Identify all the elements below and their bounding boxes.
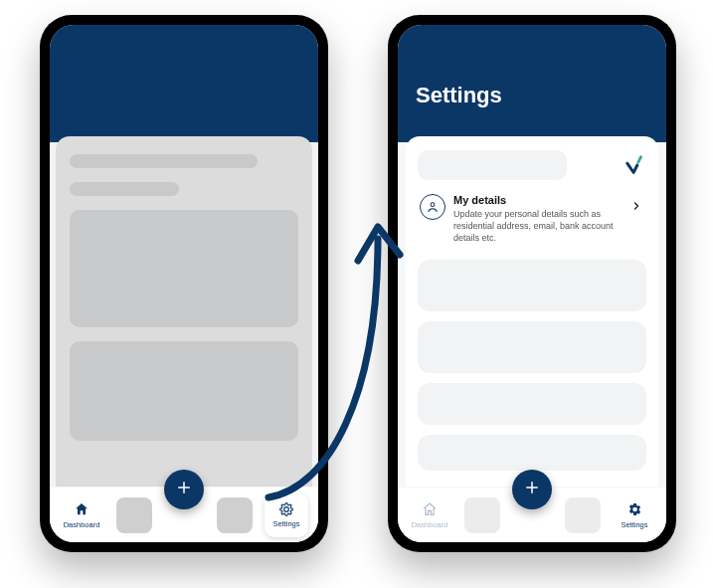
fab-add-button[interactable] bbox=[164, 470, 204, 509]
plus-icon bbox=[523, 479, 541, 500]
tab-placeholder bbox=[116, 497, 152, 533]
person-icon bbox=[420, 194, 446, 220]
skeleton-card bbox=[418, 435, 646, 471]
chevron-right-icon bbox=[630, 198, 644, 216]
content-sheet bbox=[56, 136, 312, 487]
skeleton-chip bbox=[418, 150, 567, 180]
phone-mockup-settings: Settings My bbox=[388, 15, 676, 552]
tab-settings-active[interactable]: Settings bbox=[613, 501, 656, 529]
settings-item-description: Update your personal details such as res… bbox=[453, 208, 623, 244]
home-icon bbox=[74, 501, 89, 519]
app-header-blank bbox=[50, 25, 318, 142]
bottom-tab-bar: Dashboard Settings bbox=[398, 487, 666, 542]
gear-icon bbox=[279, 502, 293, 518]
settings-item-title: My details bbox=[453, 194, 623, 206]
settings-content: My details Update your personal details … bbox=[406, 136, 658, 487]
tab-settings[interactable]: Settings bbox=[265, 493, 308, 537]
bottom-tab-bar: Dashboard Settings bbox=[50, 487, 318, 542]
home-icon bbox=[422, 501, 438, 519]
tab-placeholder bbox=[464, 497, 500, 533]
page-title: Settings bbox=[416, 83, 648, 108]
svg-point-0 bbox=[431, 203, 435, 207]
tab-dashboard[interactable]: Dashboard bbox=[60, 501, 103, 529]
tab-placeholder bbox=[565, 497, 601, 533]
gear-icon bbox=[626, 501, 642, 519]
tab-placeholder bbox=[217, 497, 253, 533]
skeleton-card bbox=[70, 341, 298, 441]
skeleton-card bbox=[70, 210, 298, 327]
skeleton-card bbox=[418, 260, 646, 311]
settings-item-my-details[interactable]: My details Update your personal details … bbox=[418, 190, 646, 250]
tab-label: Settings bbox=[272, 519, 299, 528]
tab-dashboard[interactable]: Dashboard bbox=[408, 501, 451, 529]
skeleton-line bbox=[70, 154, 258, 168]
fab-add-button[interactable] bbox=[512, 470, 552, 509]
tab-label: Dashboard bbox=[412, 520, 448, 529]
brand-check-logo-icon bbox=[624, 154, 646, 176]
skeleton-card bbox=[418, 321, 646, 373]
plus-icon bbox=[175, 479, 193, 500]
tab-label: Settings bbox=[621, 520, 647, 529]
phone-mockup-dashboard: Dashboard Settings bbox=[40, 15, 328, 552]
skeleton-line bbox=[70, 182, 179, 196]
skeleton-card bbox=[418, 383, 646, 425]
app-header: Settings bbox=[398, 25, 666, 142]
tab-label: Dashboard bbox=[64, 520, 100, 529]
